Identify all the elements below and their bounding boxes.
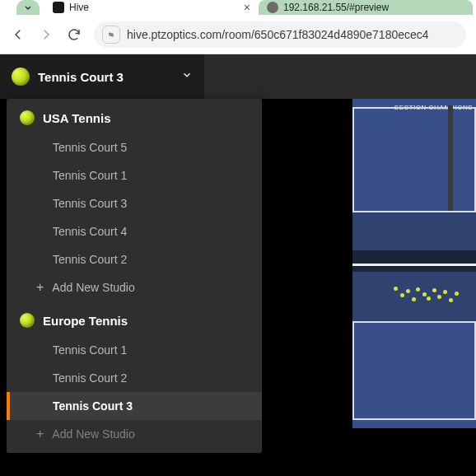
court-line: [352, 264, 476, 266]
room-selector[interactable]: Tennis Court 3: [12, 68, 193, 86]
add-studio-button[interactable]: + Add New Studio: [7, 420, 262, 448]
current-room-label: Tennis Court 3: [38, 70, 124, 84]
close-icon[interactable]: ×: [244, 1, 250, 14]
tennis-ball-icon: [12, 68, 30, 86]
studio-label: Tennis Court 5: [53, 141, 127, 154]
group-name: Europe Tennis: [43, 314, 128, 328]
studio-label: Tennis Court 3: [53, 399, 133, 413]
chevron-down-icon: [181, 69, 193, 84]
add-studio-label: Add New Studio: [52, 427, 134, 441]
browser-nav-bar: hive.ptzoptics.com/room/650c671f83024d48…: [0, 15, 476, 54]
add-studio-label: Add New Studio: [52, 281, 134, 294]
svg-point-1: [112, 35, 114, 36]
studio-item[interactable]: Tennis Court 3: [7, 189, 262, 217]
group-header[interactable]: Europe Tennis: [7, 301, 262, 336]
plus-icon: +: [36, 281, 44, 294]
studio-item[interactable]: Tennis Court 5: [7, 133, 262, 161]
reload-favicon: [267, 2, 278, 13]
forward-button[interactable]: [38, 26, 54, 43]
address-bar[interactable]: hive.ptzoptics.com/room/650c671f83024d48…: [94, 21, 466, 48]
browser-tab-strip: Hive × 192.168.21.55/#preview: [0, 0, 476, 15]
svg-point-0: [110, 33, 111, 35]
studio-label: Tennis Court 1: [53, 343, 127, 357]
url-text: hive.ptzoptics.com/room/650c671f83024d48…: [127, 28, 429, 41]
room-dropdown: USA Tennis Tennis Court 5 Tennis Court 1…: [7, 99, 262, 453]
studio-item[interactable]: Tennis Court 3: [7, 392, 262, 420]
tab-expand-button[interactable]: [16, 0, 40, 15]
tennis-ball-icon: [20, 110, 35, 125]
studio-item[interactable]: Tennis Court 1: [7, 161, 262, 189]
add-studio-button[interactable]: + Add New Studio: [7, 273, 262, 301]
reload-button[interactable]: [66, 26, 82, 43]
studio-label: Tennis Court 2: [53, 371, 127, 385]
camera-preview[interactable]: SECTION CHAMPIONS: [352, 99, 476, 428]
studio-item[interactable]: Tennis Court 2: [7, 245, 262, 273]
net-shadow: [352, 250, 476, 272]
tab-title: Hive: [69, 2, 89, 13]
site-settings-icon[interactable]: [102, 26, 120, 44]
back-button[interactable]: [10, 26, 26, 43]
tennis-ball-icon: [20, 313, 35, 328]
studio-item[interactable]: Tennis Court 1: [7, 336, 262, 364]
hive-favicon: [53, 2, 64, 13]
plus-icon: +: [36, 427, 44, 441]
studio-label: Tennis Court 3: [53, 197, 127, 210]
group-name: USA Tennis: [43, 111, 111, 125]
studio-label: Tennis Court 4: [53, 225, 127, 238]
studio-label: Tennis Court 1: [53, 169, 127, 182]
preview-banner-text: SECTION CHAMPIONS: [394, 104, 473, 111]
browser-tab[interactable]: Hive ×: [44, 0, 259, 15]
group-header[interactable]: USA Tennis: [7, 99, 262, 133]
browser-tab[interactable]: 192.168.21.55/#preview: [259, 0, 473, 15]
app-viewport: Tennis Court 3 USA Tennis Tennis Court 5…: [0, 54, 476, 476]
secondary-topbar: [204, 54, 476, 99]
room-topbar: Tennis Court 3: [0, 54, 204, 99]
tab-title: 192.168.21.55/#preview: [283, 2, 389, 13]
studio-item[interactable]: Tennis Court 2: [7, 364, 262, 392]
tennis-court: SECTION CHAMPIONS: [352, 99, 476, 428]
studio-label: Tennis Court 2: [53, 253, 127, 266]
studio-item[interactable]: Tennis Court 4: [7, 217, 262, 245]
scattered-balls: [390, 283, 464, 316]
